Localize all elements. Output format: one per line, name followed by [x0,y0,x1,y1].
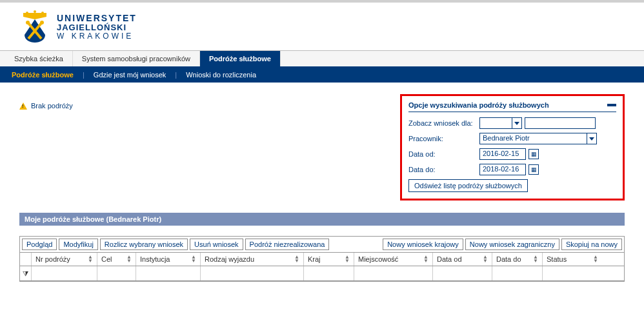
data-od-field[interactable]: 2016-02-15 [479,148,526,160]
svg-point-2 [41,12,44,14]
filter-kraj[interactable] [304,266,354,280]
zobacz-label: Zobacz wniosek dla: [408,119,479,127]
data-do-label: Data do: [408,166,479,173]
calendar-icon[interactable]: ▦ [528,164,539,175]
search-options-panel: Opcje wyszukiwania podróży służbowych Zo… [400,94,625,200]
filter-rodz[interactable] [201,266,304,280]
sort-icon[interactable] [593,255,598,263]
filter-stat[interactable] [543,266,602,280]
nowy-krajowy-button[interactable]: Nowy wniosek krajowy [383,239,463,250]
search-panel-title: Opcje wyszukiwania podróży służbowych [408,101,549,109]
primary-nav: Szybka ścieżka System samoobsługi pracow… [0,50,644,67]
filter-miejsc[interactable] [354,266,433,280]
zobacz-field-2[interactable] [525,117,596,129]
col-kraj[interactable]: Kraj [304,253,354,266]
niezrealizowana-button[interactable]: Podróż niezrealizowana [245,239,330,250]
svg-point-0 [26,12,28,14]
zobacz-combo-1[interactable] [479,117,522,129]
tab-podroze-sluzbowe[interactable]: Podróże służbowe [200,51,281,66]
data-od-label: Data od: [408,150,479,158]
rozlicz-button[interactable]: Rozlicz wybrany wniosek [100,239,188,250]
filter-inst[interactable] [136,266,201,280]
svg-point-1 [34,10,36,13]
calendar-icon[interactable]: ▦ [528,149,539,159]
col-select[interactable] [20,253,32,266]
svg-point-5 [26,21,30,24]
svg-point-6 [40,21,44,24]
collapse-icon[interactable] [607,104,616,106]
sort-icon[interactable] [423,255,428,263]
secondary-nav: Podróże służbowe | Gdzie jest mój wniose… [0,67,644,83]
warning-text: Brak podróży [31,102,73,110]
usun-button[interactable]: Usuń wniosek [190,239,243,250]
sort-icon[interactable] [483,255,488,263]
sort-icon[interactable] [126,255,132,263]
filter-icon-cell[interactable]: ⧩ [20,266,32,280]
col-nr-podrozy[interactable]: Nr podróży [32,253,97,266]
sort-icon[interactable] [191,255,196,263]
section-title: Moje podróże służbowe (Bednarek Piotr) [19,213,625,226]
col-miejscowosc[interactable]: Miejscowość [354,253,433,266]
filter-cel[interactable] [97,266,136,280]
col-data-do[interactable]: Data do [492,253,543,266]
subnav-wnioski-rozliczenia[interactable]: Wnioski do rozliczenia [179,70,263,80]
page-header: UNIWERSYTET JAGIELLOŃSKI W KRAKOWIE [0,3,644,50]
col-rodzaj[interactable]: Rodzaj wyjazdu [201,253,304,266]
pracownik-label: Pracownik: [408,135,479,142]
col-data-od[interactable]: Data od [433,253,492,266]
tab-system-samoobslugi[interactable]: System samoobsługi pracowników [73,51,200,66]
filter-nr[interactable] [32,266,97,280]
subnav-gdzie-wniosek[interactable]: Gdzie jest mój wniosek [87,70,173,80]
sort-icon[interactable] [533,255,538,263]
filter-dod[interactable] [433,266,492,280]
sort-icon[interactable] [345,255,350,263]
col-status[interactable]: Status [543,253,602,266]
skopiuj-button[interactable]: Skopiuj na nowy [561,239,622,250]
modyfikuj-button[interactable]: Modyfikuj [59,239,97,250]
grid-toolbar: Podgląd Modyfikuj Rozlicz wybrany wniose… [19,236,625,252]
col-instytucja[interactable]: Instytucja [136,253,201,266]
tab-szybka-sciezka[interactable]: Szybka ścieżka [5,51,73,66]
warning-icon [19,103,27,110]
refresh-button[interactable]: Odśwież listę podróży służbowych [408,179,528,192]
col-cel[interactable]: Cel [97,253,136,266]
sort-icon[interactable] [294,255,299,263]
trips-grid: Nr podróży Cel Instytucja Rodzaj wyjazdu… [19,252,625,282]
filter-ddo[interactable] [492,266,543,280]
dropdown-icon[interactable] [587,133,597,144]
podglad-button[interactable]: Podgląd [22,239,57,250]
university-logo [19,10,50,44]
logo-text: UNIWERSYTET JAGIELLOŃSKI W KRAKOWIE [57,14,137,41]
nowy-zagraniczny-button[interactable]: Nowy wniosek zagraniczny [465,239,559,250]
dropdown-icon[interactable] [512,117,522,129]
data-do-field[interactable]: 2018-02-16 [479,164,526,175]
subnav-podroze[interactable]: Podróże służbowe [5,70,80,80]
funnel-icon[interactable]: ⧩ [23,269,28,278]
sort-icon[interactable] [88,255,93,263]
pracownik-combo[interactable]: Bednarek Piotr [479,133,597,144]
